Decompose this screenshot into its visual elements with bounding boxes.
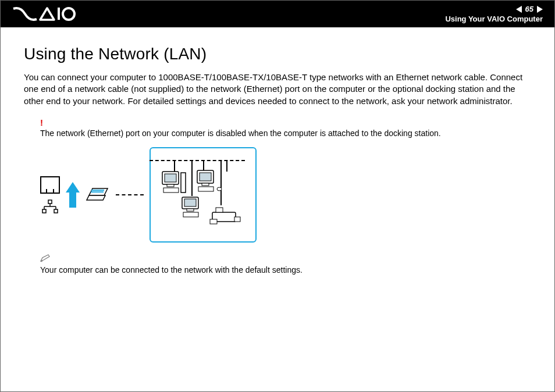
svg-rect-15 — [181, 173, 186, 193]
page-nav: 65 — [516, 5, 543, 13]
section-title: Using Your VAIO Computer — [445, 15, 543, 23]
laptop-icon — [86, 187, 110, 202]
content-area: Using the Network (LAN) You can connect … — [1, 27, 554, 280]
svg-point-20 — [217, 187, 222, 191]
svg-rect-14 — [163, 188, 179, 193]
vaio-logo — [12, 1, 76, 27]
svg-rect-19 — [198, 187, 214, 191]
manual-page: 65 Using Your VAIO Computer Using the Ne… — [0, 0, 555, 392]
arrow-up-icon — [66, 182, 80, 208]
svg-rect-0 — [58, 8, 60, 20]
prev-page-icon[interactable] — [516, 6, 522, 13]
warning-text: The network (Ethernet) port on your comp… — [40, 129, 441, 138]
svg-rect-7 — [42, 209, 46, 213]
cable-dashed-line — [116, 194, 144, 195]
svg-rect-2 — [48, 200, 52, 204]
printer-icon — [209, 205, 243, 226]
network-diagram — [40, 147, 531, 243]
header-right: 65 Using Your VAIO Computer — [445, 5, 543, 23]
tip-text: Your computer can be connected to the ne… — [40, 265, 303, 275]
next-page-icon[interactable] — [537, 6, 543, 13]
svg-rect-26 — [216, 208, 223, 212]
page-heading: Using the Network (LAN) — [24, 45, 531, 63]
page-number: 65 — [525, 5, 533, 13]
svg-rect-18 — [202, 183, 209, 186]
port-column — [40, 176, 60, 213]
ethernet-port-icon — [40, 176, 60, 194]
svg-rect-8 — [54, 209, 58, 213]
desktop-pc-icon — [161, 170, 187, 195]
svg-rect-22 — [184, 199, 196, 206]
pencil-icon — [40, 254, 51, 264]
svg-rect-24 — [183, 212, 198, 217]
svg-rect-27 — [210, 219, 217, 224]
network-panel — [150, 147, 257, 243]
svg-rect-28 — [234, 217, 240, 222]
warning-note: ! The network (Ethernet) port on your co… — [40, 117, 531, 138]
svg-rect-13 — [167, 184, 174, 187]
svg-point-1 — [63, 8, 74, 20]
desktop-pc-icon — [196, 169, 223, 194]
header-bar: 65 Using Your VAIO Computer — [1, 1, 554, 27]
tip-note: Your computer can be connected to the ne… — [40, 254, 531, 275]
desktop-pc-icon — [180, 196, 203, 219]
svg-rect-23 — [187, 209, 194, 211]
lead-paragraph: You can connect your computer to 1000BAS… — [24, 72, 531, 107]
warning-icon: ! — [40, 117, 531, 127]
network-topology-icon — [42, 199, 58, 213]
svg-rect-12 — [165, 174, 176, 182]
svg-rect-17 — [200, 173, 211, 181]
